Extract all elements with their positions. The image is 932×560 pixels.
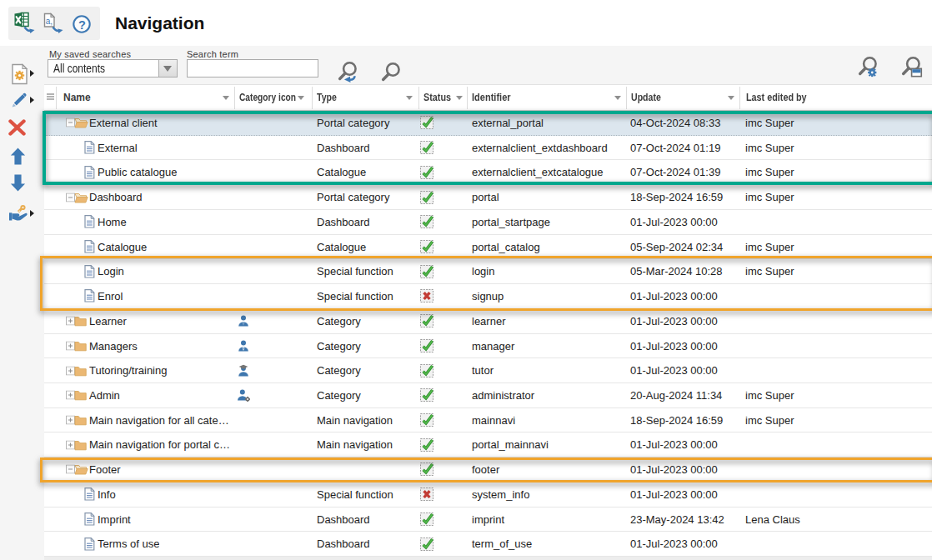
svg-text:a,: a, (46, 17, 53, 26)
svg-text:?: ? (78, 18, 86, 32)
